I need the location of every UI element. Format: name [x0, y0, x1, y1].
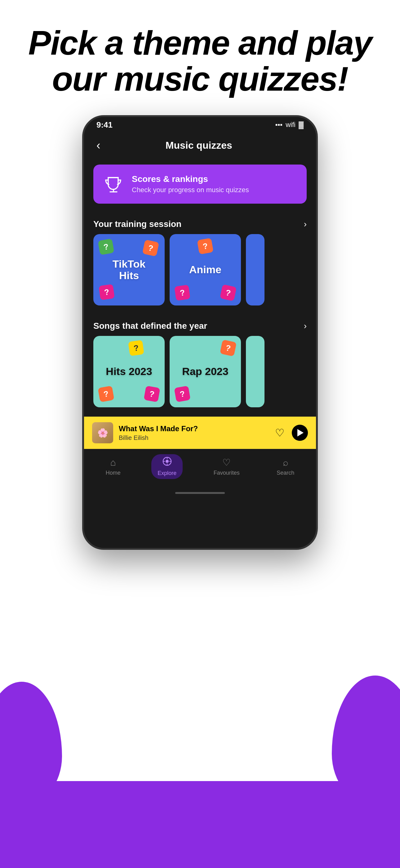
nav-favourites[interactable]: ♡ Favourites [207, 455, 246, 479]
training-chevron-icon: › [304, 219, 307, 229]
qmark-blue: ? [174, 285, 190, 301]
scores-text: Scores & rankings Check your progress on… [132, 174, 249, 194]
qmark-green: ? [98, 239, 114, 255]
status-bar: 9:41 ▪▪▪ wifi ▓ [84, 117, 316, 132]
anime-card-label: Anime [189, 264, 222, 275]
anime-card[interactable]: ? ? ? Anime [170, 234, 241, 306]
hits2023-card[interactable]: ? ? ? Hits 2023 [93, 336, 165, 407]
header-title: Music quizzes [107, 140, 291, 151]
heart-button[interactable]: ♡ [275, 427, 284, 439]
training-section-title: Your training session [93, 219, 181, 229]
explore-label: Explore [158, 470, 176, 476]
qmark-orange2: ? [98, 385, 114, 402]
phone-inner: 9:41 ▪▪▪ wifi ▓ ‹ Music quizzes [84, 117, 316, 548]
nav-home[interactable]: ⌂ Home [100, 455, 127, 479]
player-track: What Was I Made For? [119, 424, 269, 433]
scores-banner[interactable]: Scores & rankings Check your progress on… [93, 164, 307, 204]
explore-icon [163, 457, 172, 468]
qmark-rap1: ? [220, 340, 237, 357]
scores-title: Scores & rankings [132, 174, 249, 184]
tiktok-card-label: TikTokHits [112, 258, 145, 282]
hits2023-label: Hits 2023 [106, 366, 152, 377]
svg-point-2 [166, 460, 169, 463]
year-chevron-icon: › [304, 321, 307, 331]
qmark-orange: ? [142, 240, 159, 257]
battery-icon: ▓ [299, 121, 304, 129]
home-label: Home [106, 470, 121, 476]
tiktok-hits-card[interactable]: ? ? ? TikTokHits [93, 234, 165, 306]
play-triangle-icon [297, 429, 304, 436]
qmark-red: ? [99, 284, 115, 300]
signal-icon: ▪▪▪ [275, 121, 282, 129]
nav-explore[interactable]: Explore [151, 454, 182, 479]
training-section-header[interactable]: Your training session › [84, 210, 316, 234]
wifi-icon: wifi [286, 121, 296, 129]
qmark-yellow: ? [128, 340, 144, 356]
rap2023-card[interactable]: ? ? Rap 2023 [170, 336, 241, 407]
bottom-nav: ⌂ Home Explore [84, 449, 316, 488]
player-thumb-inner: 🌸 [92, 422, 113, 443]
mini-player[interactable]: 🌸 What Was I Made For? Billie Eilish ♡ [84, 416, 316, 449]
phone-mockup: 9:41 ▪▪▪ wifi ▓ ‹ Music quizzes [82, 115, 318, 550]
app-header: ‹ Music quizzes [84, 132, 316, 158]
partial-year-card [246, 336, 265, 407]
qmark-pink: ? [220, 284, 237, 302]
home-bar [175, 492, 225, 494]
page-headline: Pick a theme and play our music quizzes! [0, 0, 400, 115]
player-artist: Billie Eilish [119, 434, 269, 441]
favourites-icon: ♡ [222, 457, 231, 468]
player-controls: ♡ [275, 425, 308, 441]
search-label: Search [276, 470, 294, 476]
rap2023-label: Rap 2023 [182, 366, 228, 377]
qmark-pink2: ? [143, 385, 160, 402]
scores-subtitle: Check your progress on music quizzes [132, 186, 249, 194]
player-thumbnail: 🌸 [92, 422, 113, 443]
qmark-top: ? [197, 238, 213, 254]
training-cards-row: ? ? ? TikTokHits ? ? ? Anime [84, 234, 316, 312]
nav-search[interactable]: ⌕ Search [270, 455, 300, 479]
home-icon: ⌂ [110, 457, 116, 468]
trophy-icon [103, 173, 124, 195]
year-cards-row: ? ? ? Hits 2023 ? ? Rap 2023 [84, 336, 316, 413]
partial-card [246, 234, 265, 306]
home-indicator [84, 488, 316, 499]
favourites-label: Favourites [214, 470, 240, 476]
back-button[interactable]: ‹ [96, 139, 100, 152]
play-button[interactable] [292, 425, 308, 441]
player-info: What Was I Made For? Billie Eilish [119, 424, 269, 441]
qmark-rap2: ? [174, 385, 190, 402]
status-icons: ▪▪▪ wifi ▓ [275, 121, 304, 129]
year-section-title: Songs that defined the year [93, 321, 207, 331]
background-blobs [0, 589, 400, 868]
blob-bottom [0, 781, 400, 868]
year-section-header[interactable]: Songs that defined the year › [84, 312, 316, 336]
search-icon: ⌕ [283, 457, 288, 468]
phone-wrapper: 9:41 ▪▪▪ wifi ▓ ‹ Music quizzes [0, 115, 400, 550]
status-time: 9:41 [96, 120, 112, 130]
